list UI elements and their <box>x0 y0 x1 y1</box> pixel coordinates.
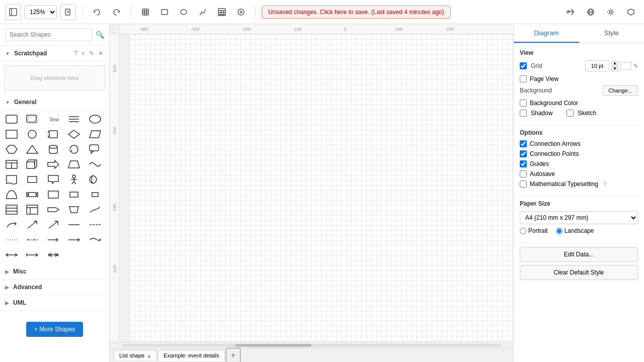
save-button[interactable]: Unsaved changes. Click here to save. (La… <box>262 6 451 19</box>
shape-arrow-5[interactable] <box>45 203 62 217</box>
misc-section-header[interactable]: ▶ Misc <box>0 264 109 280</box>
shape-triangle[interactable] <box>24 142 41 156</box>
math-help-icon[interactable]: ? <box>603 181 606 187</box>
shape-rect[interactable] <box>3 127 20 141</box>
shape-circle[interactable] <box>24 127 41 141</box>
table-tool-button[interactable] <box>214 4 230 20</box>
shape-text[interactable]: Text <box>45 112 62 126</box>
shape-arrow-right[interactable] <box>45 157 62 171</box>
tab-example-event[interactable]: Example: event details <box>158 350 225 361</box>
math-typesetting-checkbox[interactable] <box>520 180 527 188</box>
shape-cylinder[interactable] <box>45 142 62 156</box>
background-change-button[interactable]: Change... <box>603 85 638 96</box>
tab-style[interactable]: Style <box>579 24 645 43</box>
connection-points-checkbox[interactable] <box>520 150 527 157</box>
grid-checkbox[interactable] <box>520 62 527 69</box>
uml-section-header[interactable]: ▶ UML <box>0 295 109 311</box>
shape-half-circle[interactable] <box>3 188 20 202</box>
scratchpad-section-header[interactable]: ▼ Scratchpad ? + ✎ ✕ <box>0 46 109 61</box>
shape-process[interactable] <box>45 127 62 141</box>
share-button[interactable] <box>562 4 579 20</box>
shape-document[interactable] <box>3 172 20 187</box>
scrollbar-track[interactable] <box>122 344 501 347</box>
shape-3d-box[interactable] <box>24 157 41 171</box>
grid-spin-down[interactable]: ▼ <box>611 66 618 71</box>
scratchpad-close-btn[interactable]: ✕ <box>97 50 104 57</box>
shape-hexagon[interactable] <box>3 142 20 156</box>
grid-size-input[interactable] <box>585 60 609 71</box>
shape-callout[interactable] <box>87 142 104 156</box>
search-icon[interactable]: 🔍 <box>96 31 104 39</box>
scratchpad-edit-btn[interactable]: ✎ <box>88 50 95 57</box>
undo-button[interactable] <box>89 4 105 20</box>
extra-tool-button[interactable] <box>233 4 249 20</box>
tab-diagram[interactable]: Diagram <box>514 24 579 43</box>
shape-diamond[interactable] <box>65 127 83 141</box>
shape-wave[interactable] <box>87 157 104 171</box>
shape-arrow-plain[interactable] <box>65 233 83 247</box>
shadow-checkbox[interactable] <box>520 110 527 117</box>
landscape-label[interactable]: Landscape <box>556 227 594 234</box>
edit-data-button[interactable]: Edit Data... <box>520 247 638 262</box>
shape-rect-sm3[interactable] <box>65 188 83 202</box>
advanced-section-header[interactable]: ▶ Advanced <box>0 280 109 295</box>
portrait-radio[interactable] <box>520 228 526 234</box>
zoom-select[interactable]: 125% 50% 75% 100% 150% 200% <box>24 5 57 19</box>
guides-checkbox[interactable] <box>520 160 527 167</box>
shape-trapezoid2[interactable] <box>65 203 83 217</box>
shape-rect-shadow[interactable] <box>24 112 41 126</box>
settings-button[interactable] <box>603 4 619 20</box>
landscape-radio[interactable] <box>556 228 562 234</box>
shape-rect-sm2[interactable] <box>45 188 62 202</box>
tab-add-button[interactable]: + <box>226 348 240 363</box>
search-input[interactable] <box>5 28 93 41</box>
redo-button[interactable] <box>109 4 125 20</box>
shape-rect-rounded[interactable] <box>3 112 20 126</box>
sidebar-toggle-button[interactable] <box>5 4 21 20</box>
shape-ellipse[interactable] <box>87 112 104 126</box>
shape-crescent[interactable] <box>87 172 104 187</box>
connection-arrows-checkbox[interactable] <box>520 140 527 147</box>
shape-lines[interactable] <box>65 112 83 126</box>
shape-trapezoid[interactable] <box>65 157 83 171</box>
sketch-checkbox[interactable] <box>567 110 574 117</box>
shape-tape[interactable] <box>24 188 41 202</box>
rect-tool-button[interactable] <box>156 4 173 20</box>
shape-rect-sm4[interactable] <box>87 188 104 202</box>
background-color-checkbox[interactable] <box>520 100 527 107</box>
shape-list[interactable] <box>24 203 41 217</box>
horizontal-scrollbar[interactable] <box>110 342 513 348</box>
extras-button[interactable] <box>623 4 639 20</box>
shape-s-curve[interactable] <box>87 203 104 217</box>
ellipse-tool-button[interactable] <box>176 4 192 20</box>
portrait-label[interactable]: Portrait <box>520 227 548 234</box>
select-tool-button[interactable] <box>137 4 153 20</box>
clear-default-style-button[interactable]: Clear Default Style <box>520 265 638 280</box>
shape-table[interactable] <box>3 157 20 171</box>
shape-curved-arrow[interactable] <box>3 218 20 232</box>
page-view-checkbox[interactable] <box>520 75 527 82</box>
shape-person[interactable] <box>65 172 83 187</box>
embed-button[interactable] <box>583 4 599 20</box>
shape-speech[interactable] <box>45 172 62 187</box>
shape-loop[interactable] <box>65 142 83 156</box>
canvas[interactable] <box>130 34 513 342</box>
shape-parallelogram[interactable] <box>87 127 104 141</box>
shape-line-dashed[interactable] <box>87 218 104 232</box>
more-shapes-button[interactable]: + More Shapes <box>26 322 84 337</box>
shape-arrow-up-right[interactable] <box>45 218 62 232</box>
grid-edit-icon[interactable]: ✎ <box>633 63 638 69</box>
shape-arrow-both-end[interactable] <box>45 248 62 262</box>
scratchpad-help-btn[interactable]: ? <box>73 50 78 57</box>
grid-spin-up[interactable]: ▲ <box>611 61 618 66</box>
scratchpad-add-btn[interactable]: + <box>80 50 86 57</box>
tab-list-shape[interactable]: List shape ▲ <box>114 350 157 360</box>
general-section-header[interactable]: ▼ General <box>0 95 109 110</box>
autosave-checkbox[interactable] <box>520 170 527 177</box>
shape-arrow-double[interactable] <box>3 248 20 262</box>
shape-line-solid[interactable] <box>65 218 83 232</box>
shape-arrow-long[interactable] <box>24 248 41 262</box>
shape-rect-sm[interactable] <box>24 172 41 187</box>
paper-size-select[interactable]: A4 (210 mm x 297 mm) A3 (297 mm x 420 mm… <box>520 211 638 224</box>
scrollbar-thumb[interactable] <box>235 344 311 347</box>
